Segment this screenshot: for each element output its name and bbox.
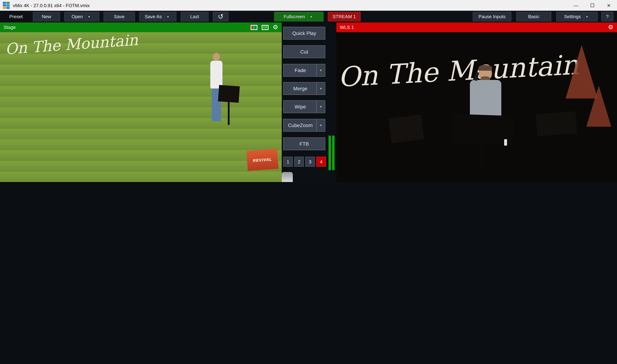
help-button[interactable]: ? [601, 12, 613, 21]
transition-tbar[interactable] [282, 172, 293, 182]
preview-monitor: Stage ⚙ On The Mountain REVIVAL [0, 23, 282, 182]
preview-title: Stage [4, 25, 16, 30]
maximize-icon[interactable] [584, 0, 601, 11]
vmix-logo-icon [3, 2, 10, 9]
scene-art [218, 85, 240, 103]
preset-label: Preset [9, 14, 33, 19]
stinger-3-button[interactable]: 3 [305, 157, 315, 167]
banner-script-text: On The Mountain [4, 32, 138, 58]
chevron-down-icon[interactable]: ▾ [308, 12, 314, 21]
titlebar: vMix 4K - 27.0.0.91 x64 - FOTM.vmix — ✕ [0, 0, 617, 11]
chevron-down-icon[interactable]: ▾ [165, 12, 171, 21]
audio-meter-right [332, 136, 335, 170]
basic-button[interactable]: Basic [516, 12, 551, 21]
audio-meter-left [328, 136, 331, 170]
program-header: WLS 1 ⚙ [336, 23, 617, 32]
preview-video[interactable]: On The Mountain REVIVAL [0, 32, 282, 182]
scene-art [479, 65, 492, 71]
close-icon[interactable]: ✕ [601, 0, 617, 11]
preview-header: Stage ⚙ [0, 23, 282, 32]
scene-art [228, 102, 229, 125]
save-button[interactable]: Save [104, 12, 135, 21]
undo-icon[interactable]: ↺ [213, 12, 228, 21]
pause-inputs-button[interactable]: Pause Inputs [473, 12, 511, 21]
scene-art [389, 114, 424, 143]
scene-art [504, 139, 507, 146]
stream-indicator-button[interactable]: STREAM 1 [328, 12, 361, 21]
quick-play-button[interactable]: Quick Play [283, 27, 325, 39]
cut-button[interactable]: Cut [283, 45, 325, 58]
vmix-window: vMix 4K - 27.0.0.91 x64 - FOTM.vmix — ✕ … [0, 0, 617, 182]
chevron-down-icon[interactable]: ▾ [316, 82, 325, 95]
stinger-1-button[interactable]: 1 [283, 157, 293, 167]
chevron-down-icon[interactable]: ▾ [316, 101, 325, 113]
fade-button[interactable]: Fade▾ [283, 64, 325, 77]
settings-button[interactable]: Settings▾ [556, 12, 598, 21]
scene-art [213, 53, 220, 61]
chevron-down-icon[interactable]: ▾ [584, 12, 590, 21]
cubezoom-button[interactable]: CubeZoom▾ [283, 119, 325, 132]
revival-banner: REVIVAL [246, 149, 278, 171]
new-button[interactable]: New [33, 12, 60, 21]
chevron-down-icon[interactable]: ▾ [316, 119, 325, 131]
scene-art [536, 111, 577, 136]
colorbars-icon[interactable] [251, 25, 257, 30]
gear-icon[interactable]: ⚙ [608, 24, 614, 30]
stinger-2-button[interactable]: 2 [294, 157, 304, 167]
gear-icon[interactable]: ⚙ [273, 24, 278, 30]
top-toolbar: Preset New Open▾ Save Save As▾ Last ↺ Fu… [0, 11, 617, 23]
chevron-down-icon[interactable]: ▾ [86, 12, 92, 21]
merge-button[interactable]: Merge▾ [283, 82, 325, 95]
open-button[interactable]: Open▾ [64, 12, 99, 21]
transition-panel: Quick Play Cut Fade▾ Merge▾ Wipe▾ CubeZo… [282, 23, 336, 182]
window-title: vMix 4K - 27.0.0.91 x64 - FOTM.vmix [13, 3, 90, 8]
save-as-button[interactable]: Save As▾ [139, 12, 176, 21]
chevron-down-icon[interactable]: ▾ [316, 64, 325, 76]
banner-script-text: On The Mountain [337, 49, 579, 93]
stinger-4-button-active[interactable]: 4 [316, 157, 326, 167]
program-monitor: WLS 1 ⚙ On The Mountain [336, 23, 617, 182]
scene-art [481, 143, 483, 169]
monitors-row: Stage ⚙ On The Mountain REVIVAL Quick Pl… [0, 23, 617, 182]
minimize-icon[interactable]: — [568, 0, 584, 11]
wipe-button[interactable]: Wipe▾ [283, 100, 325, 113]
fullscreen-display-icon[interactable] [262, 25, 268, 30]
fullscreen-button[interactable]: Fullscreen▾ [274, 12, 323, 21]
program-title: WLS 1 [340, 25, 354, 30]
program-video[interactable]: On The Mountain [336, 32, 617, 182]
ftb-button[interactable]: FTB [283, 137, 325, 150]
last-button[interactable]: Last [181, 12, 209, 21]
scene-art [586, 86, 611, 127]
